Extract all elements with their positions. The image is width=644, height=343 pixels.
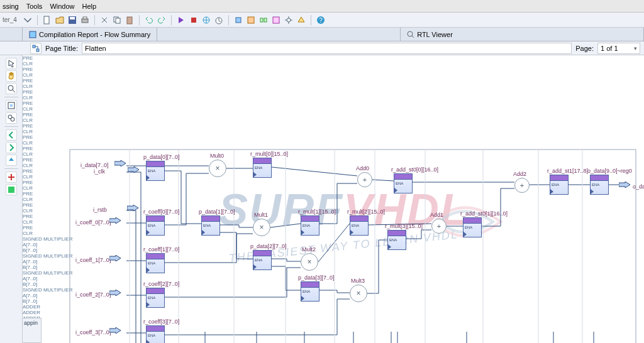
svg-rect-15 <box>273 17 279 23</box>
net-label: o_data[9..0] <box>633 183 644 190</box>
netlist-nav-icon[interactable] <box>30 43 42 54</box>
register-p_data2[interactable]: ENA <box>253 250 272 270</box>
register-p_data0[interactable]: ENA <box>146 161 165 181</box>
net-label: Add1 <box>430 212 443 218</box>
svg-rect-27 <box>8 187 14 193</box>
menu-help[interactable]: Help <box>82 3 97 10</box>
fit-view-icon[interactable] <box>6 100 17 111</box>
title-fragment: ter_4 <box>3 16 17 23</box>
input-pin-icon <box>109 217 121 224</box>
help-icon[interactable]: ? <box>315 14 326 26</box>
assignment-icon[interactable] <box>270 14 282 26</box>
svg-rect-13 <box>260 18 263 22</box>
page-title-value: Flatten <box>85 45 106 52</box>
cut-icon[interactable] <box>99 14 110 26</box>
svg-rect-12 <box>248 17 254 23</box>
back-nav-icon[interactable] <box>6 129 17 141</box>
settings-icon[interactable] <box>283 14 294 26</box>
net-label: r_add_st1[17..8] <box>547 168 588 174</box>
tab-compilation-report[interactable]: Compilation Report - Flow Summary <box>23 28 157 41</box>
register-r_mult2[interactable]: ENA <box>350 215 369 236</box>
net-label: Add0 <box>356 165 369 172</box>
register-r_add_st1[interactable]: ENA <box>550 175 569 195</box>
multiplier-m1[interactable]: × <box>253 219 270 236</box>
save-icon[interactable] <box>67 14 78 26</box>
net-label: r_mult[0][15..0] <box>250 151 288 157</box>
net-label: i_coeff_1[7..0] <box>75 257 111 263</box>
input-pin-icon <box>109 255 121 261</box>
net-label: p_data[2][7..0] <box>250 243 287 249</box>
page-selector[interactable]: 1 of 1 ▾ <box>597 43 640 54</box>
multiplier-m2[interactable]: × <box>301 253 318 271</box>
print-icon[interactable] <box>79 14 91 26</box>
net-label: r_mult[1][15..0] <box>298 209 336 215</box>
adder-a2[interactable]: + <box>514 178 530 193</box>
output-pin-icon <box>619 182 630 188</box>
register-r_coeff0[interactable]: ENA <box>146 215 165 236</box>
register-r_add_st01[interactable]: ENA <box>463 217 482 237</box>
chip-icon[interactable] <box>233 14 244 26</box>
net-label: p_data[0][7..0] <box>143 154 180 160</box>
svg-rect-21 <box>33 45 35 48</box>
menu-processing[interactable]: ssing <box>3 3 19 10</box>
multiplier-m0[interactable]: × <box>209 160 226 177</box>
page-title-label: Page Title: <box>45 45 78 52</box>
net-label: Mult1 <box>254 212 268 218</box>
stop-icon[interactable] <box>188 14 199 26</box>
undo-icon[interactable] <box>143 14 155 26</box>
net-label: i_clk <box>94 168 105 175</box>
net-label: r_coeff[1][7..0] <box>143 246 179 253</box>
adder-a1[interactable]: + <box>431 219 447 234</box>
svg-rect-8 <box>191 18 196 23</box>
analyze-icon[interactable] <box>201 14 212 26</box>
pin-planner-icon[interactable] <box>245 14 257 26</box>
redo-icon[interactable] <box>156 14 167 26</box>
multiplier-m3[interactable]: × <box>350 285 367 302</box>
color-highlight-icon[interactable] <box>6 184 17 195</box>
zoom-tool-icon[interactable] <box>6 83 17 94</box>
compile-icon[interactable] <box>175 14 187 26</box>
menu-window[interactable]: Window <box>50 3 74 10</box>
rtl-viewer-icon[interactable] <box>258 14 269 26</box>
tab-rtl-viewer[interactable]: RTL Viewer <box>401 28 644 41</box>
new-file-icon[interactable] <box>42 14 53 26</box>
input-pin-icon <box>109 290 121 296</box>
pointer-tool-icon[interactable] <box>6 58 17 69</box>
find-icon[interactable] <box>6 112 17 124</box>
adder-a0[interactable]: + <box>357 172 372 187</box>
dropdown-chevron-icon[interactable] <box>22 14 33 26</box>
input-pin-icon <box>128 166 139 173</box>
register-r_mult3[interactable]: ENA <box>387 230 406 250</box>
net-label: i_coeff_0[7..0] <box>75 219 111 226</box>
timing-icon[interactable] <box>213 14 225 26</box>
expand-icon[interactable] <box>6 172 17 183</box>
register-r_mult0[interactable]: ENA <box>253 158 272 178</box>
register-p_data1[interactable]: ENA <box>201 215 220 236</box>
svg-text:?: ? <box>319 17 323 24</box>
net-label: r_coeff[2][7..0] <box>143 281 179 287</box>
copy-icon[interactable] <box>111 14 123 26</box>
register-r_coeff1[interactable]: ENA <box>146 253 165 273</box>
paste-icon[interactable] <box>124 14 135 26</box>
viewer-icon <box>407 31 414 38</box>
chevron-down-icon: ▾ <box>634 45 637 52</box>
svg-rect-11 <box>236 18 241 23</box>
net-label: r_mult[3][15..0] <box>385 223 423 229</box>
register-r_mult1[interactable]: ENA <box>301 215 319 236</box>
open-folder-icon[interactable] <box>54 14 65 26</box>
register-r_add_st00[interactable]: ENA <box>394 173 413 193</box>
register-o_reg[interactable]: ENA <box>590 175 609 195</box>
rtl-canvas[interactable]: SURFVHDL THE EASIEST WAY TO LEARN VHDL E… <box>23 55 644 343</box>
hand-tool-icon[interactable] <box>6 70 17 82</box>
svg-rect-19 <box>30 31 36 38</box>
forward-nav-icon[interactable] <box>6 142 17 153</box>
register-r_coeff3[interactable]: ENA <box>146 325 165 343</box>
page-value: 1 of 1 <box>601 45 618 52</box>
programmer-icon[interactable] <box>296 14 307 26</box>
register-p_data3[interactable]: ENA <box>301 281 319 302</box>
up-hierarchy-icon[interactable] <box>6 155 17 166</box>
register-r_coeff2[interactable]: ENA <box>146 288 165 308</box>
menu-tools[interactable]: Tools <box>26 3 43 10</box>
svg-rect-4 <box>83 17 87 19</box>
page-title-field[interactable]: Flatten <box>82 43 572 54</box>
